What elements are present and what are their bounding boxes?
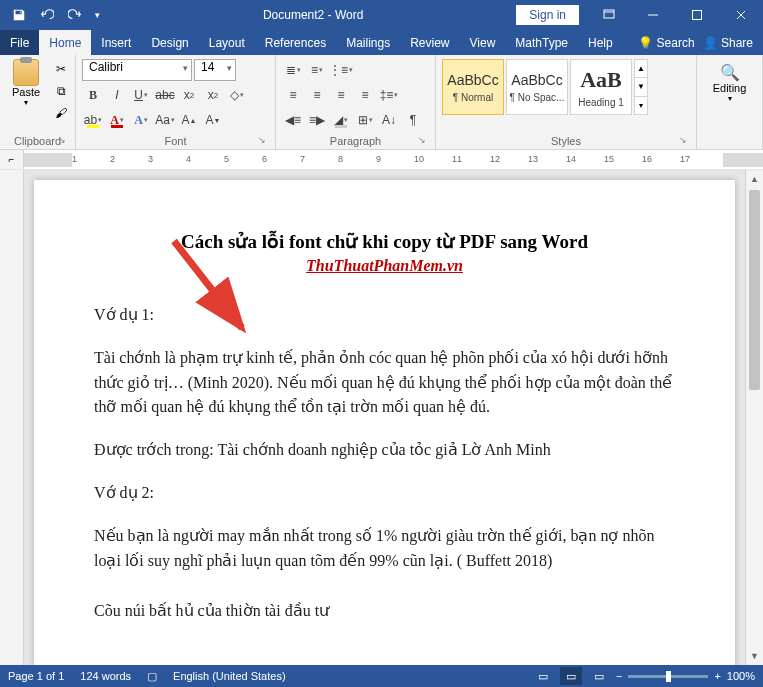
cut-icon[interactable]: ✂ <box>50 59 72 79</box>
align-left-button[interactable]: ≡ <box>282 84 304 106</box>
print-layout-icon[interactable]: ▭ <box>560 667 582 685</box>
tab-design[interactable]: Design <box>141 30 198 55</box>
styles-launcher-icon[interactable]: ↘ <box>678 135 688 145</box>
font-name-select[interactable]: Calibri <box>82 59 192 81</box>
subscript-button[interactable]: x2 <box>178 84 200 106</box>
qat-customize-icon[interactable]: ▾ <box>90 2 104 28</box>
zoom-level[interactable]: 100% <box>727 670 755 682</box>
tab-selector-icon[interactable]: ⌐ <box>0 150 24 169</box>
svg-rect-1 <box>693 11 702 20</box>
status-page[interactable]: Page 1 of 1 <box>8 670 64 682</box>
doc-paragraph: Vớ dụ 2: <box>94 481 675 506</box>
web-layout-icon[interactable]: ▭ <box>588 667 610 685</box>
tab-view[interactable]: View <box>460 30 506 55</box>
tab-mailings[interactable]: Mailings <box>336 30 400 55</box>
font-launcher-icon[interactable]: ↘ <box>257 135 267 145</box>
multilevel-list-button[interactable]: ⋮≡ <box>330 59 352 81</box>
align-right-button[interactable]: ≡ <box>330 84 352 106</box>
group-clipboard: Paste▾ ✂ ⧉ 🖌 Clipboard↘ <box>0 55 76 149</box>
shading-button[interactable]: ◢ <box>330 109 352 131</box>
clipboard-icon <box>13 59 39 86</box>
vertical-scrollbar[interactable]: ▲ ▼ <box>745 170 763 665</box>
minimize-icon[interactable] <box>631 0 675 30</box>
editing-button[interactable]: 🔍 Editing ▾ <box>703 59 756 103</box>
clear-formatting-icon[interactable]: ◇ <box>226 84 248 106</box>
doc-paragraph: Cõu núi bất hủ của thiờn tài đầu tư <box>94 599 675 624</box>
clipboard-launcher-icon[interactable]: ↘ <box>57 135 67 145</box>
decrease-indent-icon[interactable]: ◀≡ <box>282 109 304 131</box>
ribbon-display-options-icon[interactable] <box>587 0 631 30</box>
tab-file[interactable]: File <box>0 30 39 55</box>
line-spacing-button[interactable]: ‡≡ <box>378 84 400 106</box>
increase-indent-icon[interactable]: ≡▶ <box>306 109 328 131</box>
tab-home[interactable]: Home <box>39 30 91 55</box>
ruler-tick: 5 <box>224 154 229 164</box>
scroll-thumb[interactable] <box>749 190 760 390</box>
share-button[interactable]: 👤 Share <box>703 36 753 50</box>
zoom-in-icon[interactable]: + <box>714 670 720 682</box>
show-marks-icon[interactable]: ¶ <box>402 109 424 131</box>
scroll-up-icon[interactable]: ▲ <box>746 170 763 188</box>
annotation-arrow-icon <box>164 236 284 356</box>
styles-down-icon[interactable]: ▼ <box>635 78 647 96</box>
align-center-button[interactable]: ≡ <box>306 84 328 106</box>
tab-review[interactable]: Review <box>400 30 459 55</box>
save-icon[interactable] <box>6 2 32 28</box>
font-size-select[interactable]: 14 <box>194 59 236 81</box>
horizontal-ruler[interactable]: ⌐ 1234567891011121314151617 <box>0 150 763 170</box>
ruler-tick: 16 <box>642 154 652 164</box>
zoom-out-icon[interactable]: − <box>616 670 622 682</box>
styles-up-icon[interactable]: ▲ <box>635 60 647 78</box>
change-case-button[interactable]: Aa <box>154 109 176 131</box>
strikethrough-button[interactable]: abc <box>154 84 176 106</box>
group-editing: 🔍 Editing ▾ <box>697 55 763 149</box>
close-icon[interactable] <box>719 0 763 30</box>
font-color-button[interactable]: A <box>106 109 128 131</box>
tab-insert[interactable]: Insert <box>91 30 141 55</box>
superscript-button[interactable]: x2 <box>202 84 224 106</box>
grow-font-icon[interactable]: A▲ <box>178 109 200 131</box>
style-normal[interactable]: AaBbCc ¶ Normal <box>442 59 504 115</box>
status-proofing-icon[interactable]: ▢ <box>147 670 157 683</box>
text-highlight-button[interactable]: ab <box>82 109 104 131</box>
style-heading-1[interactable]: AaB Heading 1 <box>570 59 632 115</box>
signin-button[interactable]: Sign in <box>516 5 579 25</box>
document-page[interactable]: Cách sửa lỗi font chữ khi copy từ PDF sa… <box>34 180 735 665</box>
justify-button[interactable]: ≡ <box>354 84 376 106</box>
styles-more-icon[interactable]: ▾ <box>635 97 647 114</box>
ruler-tick: 4 <box>186 154 191 164</box>
shrink-font-icon[interactable]: A▼ <box>202 109 224 131</box>
bullets-button[interactable]: ≣ <box>282 59 304 81</box>
text-effects-button[interactable]: A <box>130 109 152 131</box>
group-paragraph: ≣ ≡ ⋮≡ ≡ ≡ ≡ ≡ ‡≡ ◀≡ ≡▶ ◢ ⊞ A↓ ¶ Paragra… <box>276 55 436 149</box>
vertical-ruler[interactable] <box>0 170 24 665</box>
copy-icon[interactable]: ⧉ <box>50 81 72 101</box>
zoom-slider[interactable] <box>628 675 708 678</box>
tab-help[interactable]: Help <box>578 30 623 55</box>
status-words[interactable]: 124 words <box>80 670 131 682</box>
paste-button[interactable]: Paste▾ <box>6 59 46 107</box>
style-no-spacing[interactable]: AaBbCc ¶ No Spac... <box>506 59 568 115</box>
read-mode-icon[interactable]: ▭ <box>532 667 554 685</box>
tab-mathtype[interactable]: MathType <box>505 30 578 55</box>
redo-icon[interactable] <box>62 2 88 28</box>
status-language[interactable]: English (United States) <box>173 670 286 682</box>
undo-icon[interactable] <box>34 2 60 28</box>
ruler-tick: 7 <box>300 154 305 164</box>
scroll-down-icon[interactable]: ▼ <box>746 647 763 665</box>
maximize-icon[interactable] <box>675 0 719 30</box>
numbering-button[interactable]: ≡ <box>306 59 328 81</box>
italic-button[interactable]: I <box>106 84 128 106</box>
paragraph-launcher-icon[interactable]: ↘ <box>417 135 427 145</box>
tab-layout[interactable]: Layout <box>199 30 255 55</box>
underline-button[interactable]: U <box>130 84 152 106</box>
tab-references[interactable]: References <box>255 30 336 55</box>
bold-button[interactable]: B <box>82 84 104 106</box>
group-styles: AaBbCc ¶ Normal AaBbCc ¶ No Spac... AaB … <box>436 55 697 149</box>
format-painter-icon[interactable]: 🖌 <box>50 103 72 123</box>
tell-me-search[interactable]: 💡 Search <box>638 36 694 50</box>
sort-icon[interactable]: A↓ <box>378 109 400 131</box>
borders-button[interactable]: ⊞ <box>354 109 376 131</box>
ribbon: Paste▾ ✂ ⧉ 🖌 Clipboard↘ Calibri 14 B I U… <box>0 55 763 150</box>
group-font: Calibri 14 B I U abc x2 x2 ◇ ab A A Aa A… <box>76 55 276 149</box>
